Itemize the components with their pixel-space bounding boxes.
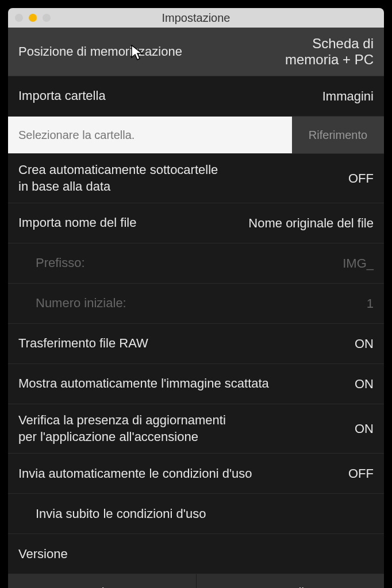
row-auto-show[interactable]: Mostra automaticamente l'immagine scatta… (8, 364, 384, 404)
minimize-icon[interactable] (29, 14, 37, 22)
row-import-folder[interactable]: Importa cartella Immagini (8, 76, 384, 117)
prefix-label: Prefisso: (18, 255, 343, 272)
row-auto-send-conditions[interactable]: Invia automaticamente le condizioni d'us… (8, 454, 384, 494)
row-folder-select: Riferimento (8, 117, 384, 154)
auto-subfolders-label: Crea automaticamente sottocartelle in ba… (18, 162, 348, 195)
folder-path-input[interactable] (8, 117, 292, 153)
cancel-button[interactable]: Annulla (197, 574, 385, 588)
auto-send-conditions-value: OFF (348, 466, 374, 481)
titlebar: Impostazione (8, 8, 384, 28)
auto-show-label: Mostra automaticamente l'immagine scatta… (18, 376, 355, 392)
row-prefix: Prefisso: IMG_ (8, 243, 384, 284)
import-filename-label: Importa nome del file (18, 215, 248, 231)
check-updates-label: Verifica la presenza di aggiornamenti pe… (18, 412, 355, 445)
settings-window: Impostazione Posizione di memorizzazione… (8, 8, 384, 588)
row-version[interactable]: Versione (8, 534, 384, 574)
raw-transfer-label: Trasferimento file RAW (18, 335, 355, 352)
traffic-lights (15, 14, 51, 22)
import-folder-label: Importa cartella (18, 88, 322, 105)
storage-position-value: Scheda di memoria + PC (285, 36, 374, 68)
save-button[interactable]: Salva (8, 574, 197, 588)
close-icon[interactable] (15, 14, 23, 22)
row-check-updates[interactable]: Verifica la presenza di aggiornamenti pe… (8, 404, 384, 454)
row-auto-subfolders[interactable]: Crea automaticamente sottocartelle in ba… (8, 154, 384, 203)
check-updates-value: ON (355, 421, 374, 436)
raw-transfer-value: ON (355, 336, 374, 351)
row-import-filename[interactable]: Importa nome del file Nome originale del… (8, 203, 384, 243)
browse-button[interactable]: Riferimento (292, 117, 384, 153)
auto-subfolders-value: OFF (348, 171, 374, 186)
storage-position-label: Posizione di memorizzazione (18, 44, 285, 60)
row-start-number: Numero iniziale: 1 (8, 284, 384, 324)
footer: Salva Annulla (8, 574, 384, 588)
row-send-now-conditions[interactable]: Invia subito le condizioni d'uso (8, 494, 384, 534)
auto-send-conditions-label: Invia automaticamente le condizioni d'us… (18, 466, 348, 482)
send-now-conditions-label: Invia subito le condizioni d'uso (18, 506, 374, 523)
window-title: Impostazione (8, 11, 384, 25)
start-number-value: 1 (367, 296, 374, 311)
prefix-value: IMG_ (343, 256, 374, 271)
import-folder-value: Immagini (322, 89, 374, 104)
auto-show-value: ON (355, 377, 374, 392)
maximize-icon[interactable] (43, 14, 51, 22)
import-filename-value: Nome originale del file (248, 216, 374, 231)
row-raw-transfer[interactable]: Trasferimento file RAW ON (8, 324, 384, 364)
start-number-label: Numero iniziale: (18, 295, 367, 312)
row-storage-position[interactable]: Posizione di memorizzazione Scheda di me… (8, 28, 384, 76)
version-label: Versione (18, 546, 374, 563)
